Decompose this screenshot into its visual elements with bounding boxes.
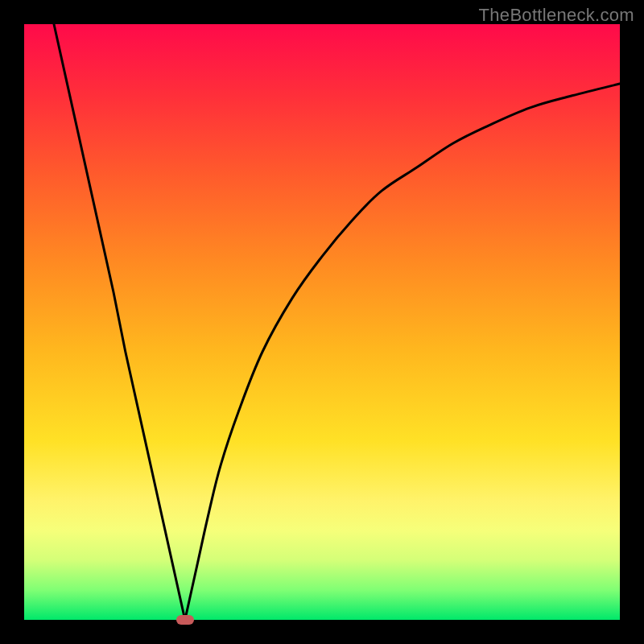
chart-frame: TheBottleneck.com — [0, 0, 644, 644]
curve-svg — [24, 24, 620, 620]
left-branch-path — [54, 24, 185, 620]
right-branch-path — [185, 84, 620, 620]
plot-area — [24, 24, 620, 620]
minimum-marker — [176, 615, 194, 625]
watermark-text: TheBottleneck.com — [479, 5, 634, 26]
